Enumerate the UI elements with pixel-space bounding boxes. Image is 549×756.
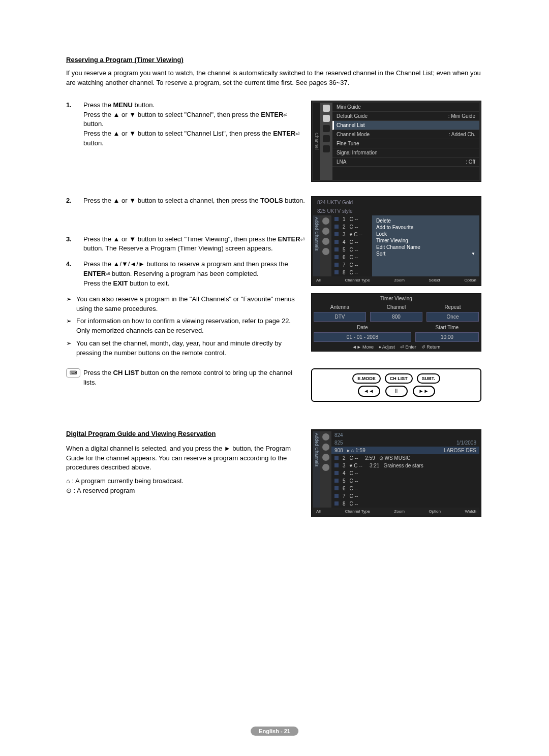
step-number-3: 3.: [66, 235, 76, 254]
page-footer: English - 21: [251, 727, 298, 736]
tv-menu-channel: Channel Mini Guide Default Guide: Mini G…: [311, 101, 481, 182]
tv-timer-viewing: Timer Viewing AntennaDTV Channel800 Repe…: [311, 293, 481, 352]
chlist-button[interactable]: CH LIST: [385, 373, 413, 384]
legend-broadcast: ⌂ : A program currently being broadcast.: [66, 477, 305, 486]
step-3-text: Press the ▲ or ▼ button to select "Timer…: [83, 235, 305, 254]
step-1-text: Press the MENU button. Press the ▲ or ▼ …: [83, 101, 305, 148]
section2-title: Digital Program Guide and Viewing Reserv…: [66, 429, 305, 439]
section-title: Reserving a Program (Timer Viewing): [66, 56, 483, 64]
step-2-text: Press the ▲ or ▼ button to select a chan…: [83, 196, 305, 206]
legend-reserved: ⊙ : A reserved program: [66, 486, 305, 496]
chlist-note: ⌨ Press the CH LIST button on the remote…: [66, 368, 305, 388]
pause-button[interactable]: II: [385, 386, 408, 397]
subt-button[interactable]: SUBT.: [417, 373, 440, 384]
emode-button[interactable]: E.MODE: [352, 373, 381, 384]
selected-channel-list: Channel List: [332, 121, 479, 130]
step-number-1: 1.: [66, 101, 76, 148]
note-1: ➢You can also reserve a program in the "…: [66, 295, 305, 314]
section2-intro: When a digital channel is selected, and …: [66, 444, 305, 473]
step-4-text: Press the ▲/▼/◄/► buttons to reserve a p…: [83, 260, 305, 289]
rewind-button[interactable]: ◄◄: [358, 386, 380, 397]
step-number-4: 4.: [66, 260, 76, 289]
note-3: ➢You can set the channel, month, day, ye…: [66, 339, 305, 358]
note-2: ➢For information on how to confirm a vie…: [66, 317, 305, 336]
forward-button[interactable]: ►►: [413, 386, 435, 397]
intro-text: If you reserve a program you want to wat…: [66, 69, 483, 88]
remote-control: E.MODE CH LIST SUBT. ◄◄ II ►►: [311, 368, 481, 402]
tv-program-guide: Added Channels 824 8251/1/2008 908▸ ⌂ 1:…: [311, 429, 481, 517]
tv-channel-list-tools: 824 UKTV Gold 825 UKTV style Added Chann…: [311, 196, 481, 286]
step-number-2: 2.: [66, 196, 76, 206]
tools-popup: Delete Add to Favourite Lock Timer Viewi…: [372, 215, 479, 276]
